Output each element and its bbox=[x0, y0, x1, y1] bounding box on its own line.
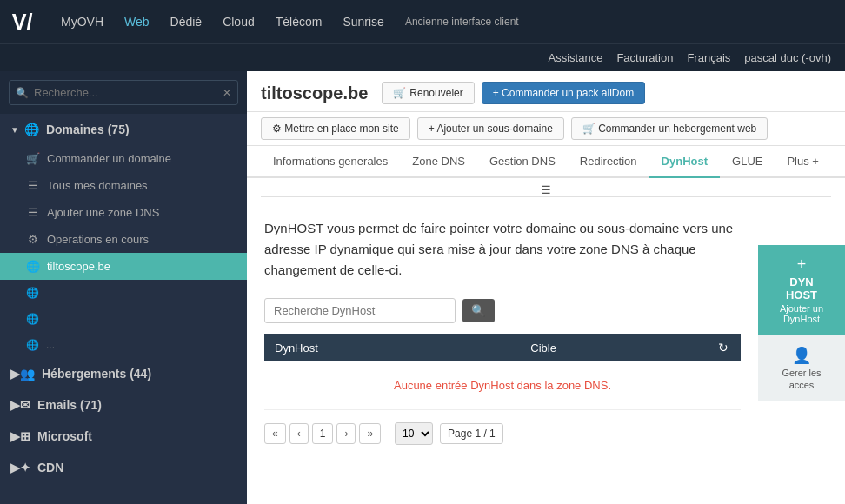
tab-glue[interactable]: GLUE bbox=[720, 146, 775, 178]
sidebar-item-label: Commander un domaine bbox=[47, 152, 171, 165]
top-navbar: V/ MyOVH Web Dédié Cloud Télécom Sunrise… bbox=[0, 0, 845, 43]
setup-button[interactable]: ⚙ Mettre en place mon site bbox=[261, 117, 410, 140]
globe-icon-2: 🌐 bbox=[26, 260, 40, 273]
table-header-refresh[interactable]: ↻ bbox=[706, 334, 741, 361]
sidebar-item-globe-2[interactable]: 🌐 bbox=[0, 306, 247, 332]
main-nav-links: MyOVH Web Dédié Cloud Télécom Sunrise An… bbox=[52, 11, 836, 32]
caret-right-icon-4: ▶ bbox=[10, 461, 20, 474]
tab-menu-icon[interactable]: ☰ bbox=[541, 183, 551, 196]
sidebar-section-cdn-label: CDN bbox=[37, 461, 63, 474]
brand-logo[interactable]: V/ bbox=[9, 6, 43, 37]
nav-web[interactable]: Web bbox=[116, 11, 158, 32]
dynhost-search-input[interactable] bbox=[264, 298, 456, 323]
tab-redirection[interactable]: Redirection bbox=[568, 146, 649, 178]
nav-myovh[interactable]: MyOVH bbox=[52, 11, 112, 32]
access-label: Gerer lesacces bbox=[782, 368, 821, 390]
sidebar: 🔍 ✕ ▼ 🌐 Domaines (75) 🛒 Commander un dom… bbox=[0, 71, 247, 504]
content-area: tiltoscope.be 🛒 Renouveler + Commander u… bbox=[247, 71, 845, 504]
sidebar-item-label: Tous mes domaines bbox=[47, 179, 148, 192]
domain-tabs: Informations generales Zone DNS Gestion … bbox=[247, 146, 845, 178]
old-interface-link[interactable]: Ancienne interface client bbox=[405, 16, 519, 28]
tab-zone-dns[interactable]: Zone DNS bbox=[400, 146, 477, 178]
search-icon-2: 🔍 bbox=[471, 304, 486, 317]
sidebar-search-container: 🔍 ✕ bbox=[0, 71, 247, 114]
pack-button[interactable]: + Commander un pack allDom bbox=[482, 82, 645, 104]
sidebar-item-label: tiltoscope.be bbox=[47, 260, 110, 273]
main-layout: 🔍 ✕ ▼ 🌐 Domaines (75) 🛒 Commander un dom… bbox=[0, 71, 845, 504]
sidebar-section-microsoft-label: Microsoft bbox=[37, 429, 92, 443]
sidebar-item-tiltoscope[interactable]: 🌐 tiltoscope.be bbox=[0, 253, 247, 280]
dynhost-description: DynHOST vous permet de faire pointer vot… bbox=[264, 218, 741, 281]
pagination-first[interactable]: « bbox=[264, 423, 286, 444]
sub-navbar: Assistance Facturation Français pascal d… bbox=[0, 43, 845, 71]
cdn-icon: ✦ bbox=[20, 461, 30, 474]
subnav-assistance[interactable]: Assistance bbox=[549, 51, 603, 64]
domain-title: tiltoscope.be bbox=[261, 83, 368, 103]
pagination-prev[interactable]: ‹ bbox=[289, 423, 309, 444]
subnav-user[interactable]: pascal duc (-ovh) bbox=[744, 51, 831, 64]
tab-plus[interactable]: Plus + bbox=[775, 146, 831, 178]
tab-separator: ☰ bbox=[261, 178, 831, 197]
table-row-empty: Aucune entrée DynHost dans la zone DNS. bbox=[264, 361, 741, 410]
subdomain-button[interactable]: + Ajouter un sous-domaine bbox=[417, 117, 564, 140]
sidebar-item-label: Ajouter une zone DNS bbox=[47, 206, 159, 219]
empty-message: Aucune entrée DynHost dans la zone DNS. bbox=[264, 361, 741, 410]
caret-right-icon-3: ▶ bbox=[10, 429, 20, 443]
hosting-button[interactable]: 🛒 Commander un hebergement web bbox=[571, 117, 768, 140]
sidebar-section-domaines-label: Domaines (75) bbox=[46, 123, 130, 136]
sidebar-section-cdn[interactable]: ▶ ✦ CDN bbox=[0, 452, 247, 483]
sidebar-section-domaines[interactable]: ▼ 🌐 Domaines (75) bbox=[0, 114, 247, 145]
sidebar-item-label: Operations en cours bbox=[47, 233, 149, 246]
nav-sunrise[interactable]: Sunrise bbox=[334, 11, 392, 32]
pagination-row: « ‹ 1 › » 10 25 50 Page 1 / 1 bbox=[264, 419, 741, 448]
tab-dynhost[interactable]: DynHost bbox=[649, 146, 720, 178]
renew-icon: 🛒 bbox=[393, 87, 406, 99]
sidebar-section-emails-label: Emails (71) bbox=[37, 398, 102, 412]
table-header-cible: Cible bbox=[520, 334, 706, 361]
caret-right-icon: ▶ bbox=[10, 367, 20, 381]
dyn-host-label: DYNHOST bbox=[786, 275, 817, 302]
pagination-last[interactable]: » bbox=[359, 423, 381, 444]
dynhost-table: DynHost Cible ↻ Aucune entrée DynHost da… bbox=[264, 334, 741, 410]
globe-icon-3: 🌐 bbox=[26, 287, 39, 299]
manage-access-button[interactable]: 👤 Gerer lesacces bbox=[758, 335, 845, 401]
per-page-select[interactable]: 10 25 50 bbox=[395, 422, 433, 445]
subnav-language[interactable]: Français bbox=[687, 51, 730, 64]
sidebar-item-tous-domaines[interactable]: ☰ Tous mes domaines bbox=[0, 172, 247, 199]
sidebar-item-globe-1[interactable]: 🌐 bbox=[0, 280, 247, 306]
pagination-next[interactable]: › bbox=[336, 423, 356, 444]
renew-button[interactable]: 🛒 Renouveler bbox=[382, 82, 474, 104]
globe-icon: 🌐 bbox=[24, 123, 39, 136]
sidebar-item-operations[interactable]: ⚙ Operations en cours bbox=[0, 226, 247, 253]
caret-down-icon: ▼ bbox=[10, 125, 19, 135]
tab-informations[interactable]: Informations generales bbox=[261, 146, 400, 178]
sidebar-section-emails[interactable]: ▶ ✉ Emails (71) bbox=[0, 389, 247, 421]
sidebar-item-commander-domaine[interactable]: 🛒 Commander un domaine bbox=[0, 145, 247, 172]
refresh-button[interactable]: ↻ bbox=[718, 341, 729, 355]
search-icon: 🔍 bbox=[16, 87, 29, 99]
dynhost-content: DynHOST vous permet de faire pointer vot… bbox=[247, 204, 845, 462]
nav-cloud[interactable]: Cloud bbox=[214, 11, 263, 32]
plus-icon: + bbox=[763, 255, 840, 274]
globe-icon-4: 🌐 bbox=[26, 313, 39, 325]
gear-icon: ⚙ bbox=[26, 233, 40, 246]
nav-dedie[interactable]: Dédié bbox=[162, 11, 211, 32]
pagination-current: 1 bbox=[312, 423, 334, 444]
sidebar-item-ajouter-dns[interactable]: ☰ Ajouter une zone DNS bbox=[0, 199, 247, 226]
sidebar-section-microsoft[interactable]: ▶ ⊞ Microsoft bbox=[0, 421, 247, 452]
domain-header: tiltoscope.be 🛒 Renouveler + Commander u… bbox=[247, 71, 845, 112]
user-icon: 👤 bbox=[763, 346, 840, 365]
sidebar-section-hebergements[interactable]: ▶ 👥 Hébergements (44) bbox=[0, 358, 247, 389]
sidebar-section-hebergements-label: Hébergements (44) bbox=[42, 367, 151, 381]
nav-telecom[interactable]: Télécom bbox=[267, 11, 331, 32]
search-input[interactable] bbox=[9, 80, 238, 105]
globe-icon-5: 🌐 bbox=[26, 339, 39, 351]
svg-text:V/: V/ bbox=[12, 10, 33, 34]
sidebar-item-label-ellipsis: ... bbox=[46, 339, 55, 351]
clear-search-icon[interactable]: ✕ bbox=[223, 87, 231, 99]
tab-gestion-dns[interactable]: Gestion DNS bbox=[477, 146, 568, 178]
add-dynhost-button[interactable]: + DYNHOST Ajouter unDynHost bbox=[758, 245, 845, 335]
subnav-facturation[interactable]: Facturation bbox=[616, 51, 673, 64]
sidebar-item-globe-3[interactable]: 🌐 ... bbox=[0, 332, 247, 358]
dynhost-search-button[interactable]: 🔍 bbox=[462, 299, 495, 322]
